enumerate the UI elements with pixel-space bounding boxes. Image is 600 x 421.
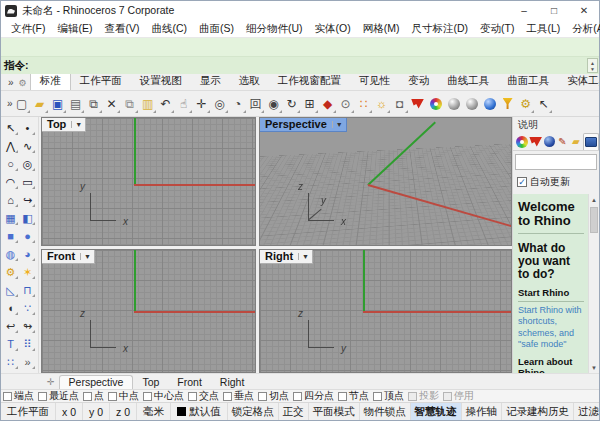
display-color-icon[interactable] (427, 94, 445, 114)
osnap-project[interactable]: 投影 (408, 389, 439, 402)
sphere-icon[interactable]: ● (19, 227, 36, 245)
four-viewports-icon[interactable]: ⊞ (301, 94, 319, 114)
fillet-curve-icon[interactable]: ↩ (2, 317, 19, 335)
osnap-checkbox[interactable] (143, 392, 152, 401)
chevron-down-icon[interactable]: ▼ (298, 253, 309, 260)
library-tab-icon[interactable]: ▰ (570, 133, 582, 150)
blend-curve-icon[interactable]: ↬ (19, 317, 36, 335)
toolbar-tab[interactable]: 变动 (399, 74, 438, 90)
viewport-tab[interactable]: Front (168, 376, 211, 389)
zoom-icon[interactable]: ◎ (211, 94, 229, 114)
osnap-end[interactable]: 端点 (3, 389, 34, 402)
command-history[interactable] (1, 38, 599, 57)
cplane-button[interactable]: 工作平面 (1, 403, 56, 420)
osnap-vertex[interactable]: 顶点 (373, 389, 404, 402)
command-spinner[interactable]: ▲▼ (587, 58, 598, 73)
menu-item[interactable]: 实体(O) (309, 22, 357, 36)
toolbar-tab[interactable]: 显示 (191, 74, 230, 90)
render-icon[interactable] (409, 94, 427, 114)
materials-tab-icon[interactable] (543, 133, 555, 150)
point-icon[interactable]: • (19, 119, 36, 137)
osnap-near[interactable]: 最近点 (38, 389, 79, 402)
toolbar-tab[interactable]: 设置视图 (131, 74, 191, 90)
osnap-intersection[interactable]: 交点 (188, 389, 219, 402)
command-input[interactable] (29, 57, 588, 74)
polygon-icon[interactable]: ⌂ (2, 191, 19, 209)
select-icon[interactable]: ↖ (2, 119, 19, 137)
menu-item[interactable]: 尺寸标注(D) (406, 22, 475, 36)
save-icon[interactable]: ▣ (49, 94, 67, 114)
menu-item[interactable]: 分析(A) (566, 22, 600, 36)
lock-icon[interactable]: ◘ (391, 94, 409, 114)
toolbar-tab[interactable]: 实体工具 (558, 74, 599, 90)
display-tab-icon[interactable] (516, 133, 528, 150)
curve-icon[interactable]: ∿ (19, 137, 36, 155)
osnap-checkbox[interactable] (338, 392, 347, 401)
shaded-viewport-icon[interactable] (445, 94, 463, 114)
menu-item[interactable]: 曲线(C) (145, 22, 193, 36)
toolbar-tab[interactable]: 工作视窗配置 (269, 74, 350, 90)
osnap-disable[interactable]: 停用 (443, 389, 474, 402)
maximize-button[interactable]: □ (539, 1, 569, 20)
circle-icon[interactable]: ○ (2, 155, 19, 173)
copy-icon[interactable]: ⧉ (121, 94, 139, 114)
menu-item[interactable]: 曲面(S) (193, 22, 240, 36)
menu-item[interactable]: 查看(V) (98, 22, 145, 36)
array-icon[interactable]: ∷ (2, 353, 19, 371)
scroll-up-icon[interactable]: ▲ (589, 194, 599, 205)
osnap-perpendicular[interactable]: 垂点 (223, 389, 254, 402)
pan-icon[interactable]: ☝ (175, 94, 193, 114)
minimize-button[interactable]: – (509, 1, 539, 20)
viewport-front-label[interactable]: Front▼ (42, 250, 95, 264)
osnap-center[interactable]: 中心点 (143, 389, 184, 402)
spinner-down-icon[interactable]: ▼ (590, 66, 595, 72)
render-tab-icon[interactable] (529, 133, 542, 150)
ghosted-viewport-icon[interactable] (463, 94, 481, 114)
point-network-icon[interactable]: ∷ (355, 94, 373, 114)
osnap-checkbox[interactable] (3, 392, 12, 401)
viewport-tab[interactable]: Perspective (59, 375, 134, 389)
viewport-perspective[interactable]: Perspective▼ z y x (259, 117, 512, 246)
delete-icon[interactable]: ✕ (103, 94, 121, 114)
units-button[interactable]: 毫米 (137, 403, 171, 420)
rendered-viewport-icon[interactable] (481, 94, 499, 114)
print-icon[interactable]: ▤ (67, 94, 85, 114)
help-search-input[interactable] (516, 155, 596, 169)
arc-icon[interactable]: ◠ (2, 173, 19, 191)
polyline-icon[interactable]: ⋀ (2, 137, 19, 155)
zoom-dynamic-icon[interactable]: ◔ (229, 94, 247, 114)
osnap-checkbox[interactable] (38, 392, 47, 401)
move-icon[interactable]: ✛ (193, 94, 211, 114)
auto-update-checkbox[interactable]: ✓ (517, 177, 527, 187)
toolbar-tab[interactable]: 标准 (30, 74, 71, 90)
zoom-window-icon[interactable]: 回 (247, 94, 265, 114)
osnap-point[interactable]: 点 (83, 389, 104, 402)
toggle-grid-snap[interactable]: 锁定格点 (228, 403, 279, 420)
zoom-selected-icon[interactable]: ◉ (265, 94, 283, 114)
selection-filter-icon[interactable] (499, 94, 517, 114)
mesh-icon[interactable]: ▦ (2, 209, 19, 227)
toolbar-tab[interactable]: 可见性 (350, 74, 400, 90)
viewport-right-label[interactable]: Right▼ (260, 250, 313, 264)
curve-tools-icon[interactable]: ↪ (19, 191, 36, 209)
menu-item[interactable]: 细分物件(U) (240, 22, 309, 36)
close-button[interactable]: ✕ (569, 1, 599, 20)
viewport-top[interactable]: Top▼ y x (41, 117, 256, 246)
toggle-planar[interactable]: 平面模式 (309, 403, 360, 420)
help-pointer-icon[interactable]: ↖ (535, 94, 553, 114)
viewport-top-label[interactable]: Top▼ (42, 118, 86, 132)
annotate-tab-icon[interactable]: ✎ (556, 133, 568, 150)
ellipse-icon[interactable]: ◎ (19, 155, 36, 173)
chevron-down-icon[interactable]: ▼ (80, 253, 91, 260)
named-view-icon[interactable]: ⊙ (337, 94, 355, 114)
cylinder-icon[interactable]: ◍ (2, 245, 19, 263)
explode-icon[interactable]: ✶ (19, 263, 36, 281)
rectangle-icon[interactable]: ▭ (19, 173, 36, 191)
cap-icon[interactable]: ⊓ (19, 281, 36, 299)
osnap-mid[interactable]: 中点 (108, 389, 139, 402)
options-gear-icon[interactable]: ⚙ (517, 94, 535, 114)
osnap-checkbox[interactable] (223, 392, 232, 401)
osnap-tangent[interactable]: 切点 (258, 389, 289, 402)
text-icon[interactable]: T (2, 335, 19, 353)
viewport-front[interactable]: Front▼ z x (41, 249, 256, 373)
